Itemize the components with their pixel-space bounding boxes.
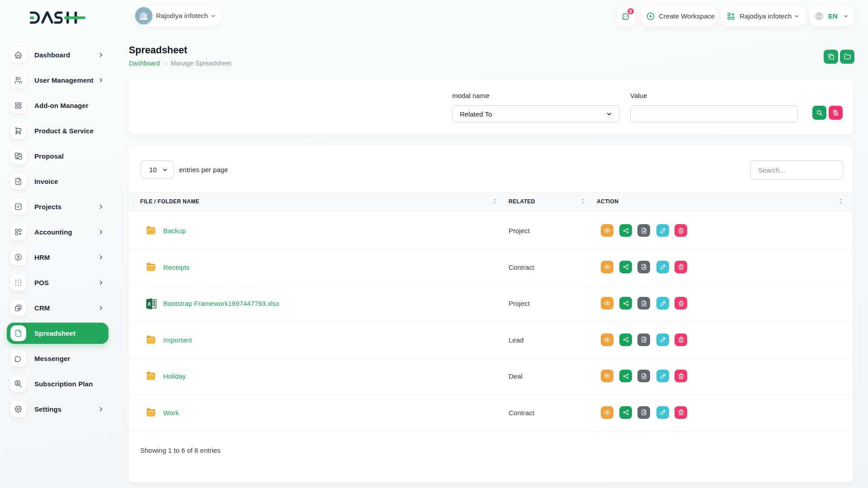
svg-text:X: X xyxy=(147,301,151,307)
